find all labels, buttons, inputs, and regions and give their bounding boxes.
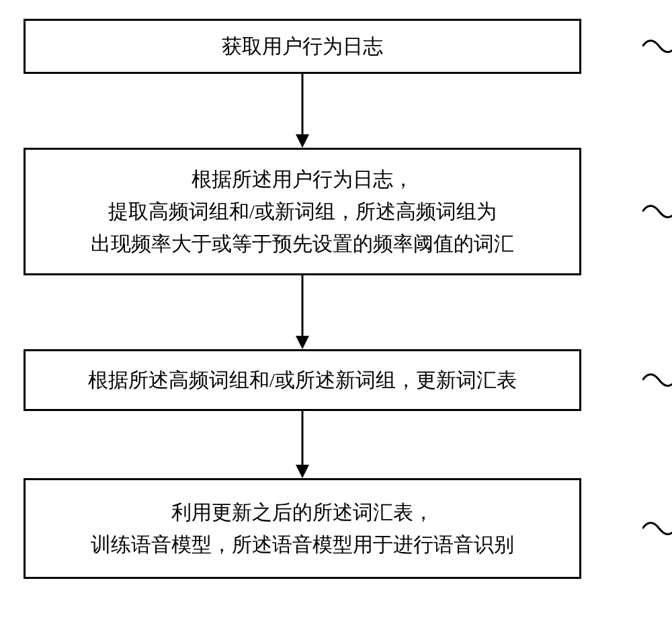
step-4-box: 利用更新之后的所述词汇表， 训练语音模型，所述语音模型用于进行语音识别 xyxy=(24,478,581,579)
step-2-wrapper: 根据所述用户行为日志， 提取高频词组和/或新词组，所述高频词组为 出现频率大于或… xyxy=(24,148,648,275)
svg-marker-1 xyxy=(296,134,309,148)
wave-icon xyxy=(642,36,672,56)
step-4-label-connector: 104 xyxy=(642,517,672,540)
step-3-wrapper: 根据所述高频词组和/或所述新词组，更新词汇表 103 xyxy=(24,349,648,411)
step-1-label-connector: 101 xyxy=(642,35,672,58)
arrow-2 xyxy=(24,275,581,349)
step-3-label-connector: 103 xyxy=(642,369,672,392)
arrow-3 xyxy=(24,411,581,478)
arrow-down-icon xyxy=(289,411,316,478)
step-4-wrapper: 利用更新之后的所述词汇表， 训练语音模型，所述语音模型用于进行语音识别 104 xyxy=(24,478,648,579)
wave-icon xyxy=(642,518,672,539)
flowchart-container: 获取用户行为日志 101 根据所述用户行为日志， 提取高频词组和/或新词组，所述… xyxy=(24,19,648,579)
step-2-text: 根据所述用户行为日志， 提取高频词组和/或新词组，所述高频词组为 出现频率大于或… xyxy=(91,163,514,260)
step-3-box: 根据所述高频词组和/或所述新词组，更新词汇表 xyxy=(24,349,581,411)
step-2-box: 根据所述用户行为日志， 提取高频词组和/或新词组，所述高频词组为 出现频率大于或… xyxy=(24,148,581,275)
step-3-text: 根据所述高频词组和/或所述新词组，更新词汇表 xyxy=(88,364,517,396)
arrow-down-icon xyxy=(289,74,316,148)
arrow-down-icon xyxy=(289,275,316,349)
step-4-text: 利用更新之后的所述词汇表， 训练语音模型，所述语音模型用于进行语音识别 xyxy=(91,496,514,561)
step-1-wrapper: 获取用户行为日志 101 xyxy=(24,19,648,74)
arrow-1 xyxy=(24,74,581,148)
svg-marker-3 xyxy=(296,336,309,349)
step-1-text: 获取用户行为日志 xyxy=(222,30,383,62)
wave-icon xyxy=(642,201,672,222)
wave-icon xyxy=(642,370,672,390)
step-2-label-connector: 102 xyxy=(642,200,672,223)
svg-marker-5 xyxy=(296,465,309,478)
step-1-box: 获取用户行为日志 xyxy=(24,19,581,74)
